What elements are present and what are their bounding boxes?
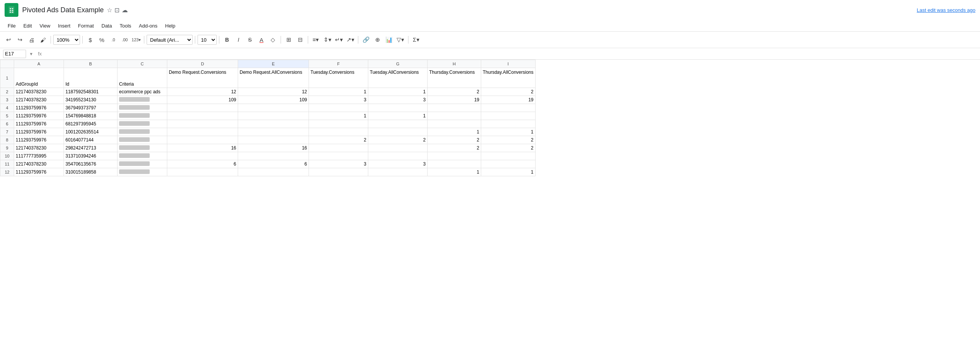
decimal-decrease-button[interactable]: .0 — [108, 34, 119, 45]
cell-f3[interactable]: 3 — [309, 96, 368, 104]
cell-f11[interactable]: 3 — [309, 160, 368, 168]
cell-g3[interactable]: 3 — [368, 96, 428, 104]
col-header-g[interactable]: G — [368, 60, 428, 68]
star-icon[interactable]: ☆ — [107, 6, 112, 14]
cell-b9[interactable]: 298242472713 — [64, 144, 118, 152]
cell-i3[interactable]: 19 — [481, 96, 536, 104]
rotate-button[interactable]: ↗▾ — [345, 34, 356, 45]
bold-button[interactable]: B — [222, 34, 232, 45]
cell-h4[interactable] — [428, 104, 481, 112]
print-button[interactable]: 🖨 — [26, 34, 37, 45]
percent-button[interactable]: % — [96, 34, 107, 45]
menu-data[interactable]: Data — [98, 22, 115, 30]
cell-i4[interactable] — [481, 104, 536, 112]
cell-reference-input[interactable] — [3, 50, 26, 58]
cell-e6[interactable] — [238, 120, 309, 128]
cell-b11[interactable]: 354706135676 — [64, 160, 118, 168]
cell-i6[interactable] — [481, 120, 536, 128]
cell-g9[interactable] — [368, 144, 428, 152]
paint-format-button[interactable]: 🖌 — [38, 34, 48, 45]
cell-e10[interactable] — [238, 152, 309, 160]
cell-f4[interactable] — [309, 104, 368, 112]
filter-button[interactable]: ▽▾ — [395, 34, 406, 45]
cell-d7[interactable] — [167, 128, 238, 136]
cell-i8[interactable]: 2 — [481, 136, 536, 144]
cell-e3[interactable]: 109 — [238, 96, 309, 104]
col-header-d[interactable]: D — [167, 60, 238, 68]
cell-d3[interactable]: 109 — [167, 96, 238, 104]
cell-f6[interactable] — [309, 120, 368, 128]
cell-h7[interactable]: 1 — [428, 128, 481, 136]
cell-h10[interactable] — [428, 152, 481, 160]
cell-b12[interactable]: 310015189858 — [64, 168, 118, 176]
cell-a3[interactable]: 121740378230 — [14, 96, 64, 104]
menu-help[interactable]: Help — [162, 22, 178, 30]
cell-b6[interactable]: 681297395945 — [64, 120, 118, 128]
formula-input[interactable] — [45, 50, 977, 58]
fill-color-button[interactable]: ◇ — [268, 34, 278, 45]
cell-e8[interactable] — [238, 136, 309, 144]
cell-h6[interactable] — [428, 120, 481, 128]
cell-i9[interactable]: 2 — [481, 144, 536, 152]
cell-b2[interactable]: 1187592548301 — [64, 88, 118, 96]
cell-a10[interactable]: 111777735995 — [14, 152, 64, 160]
col-header-a[interactable]: A — [14, 60, 64, 68]
cell-e4[interactable] — [238, 104, 309, 112]
cell-g5[interactable]: 1 — [368, 112, 428, 120]
cell-f8[interactable]: 2 — [309, 136, 368, 144]
cell-a8[interactable]: 111293759976 — [14, 136, 64, 144]
cell-a2[interactable]: 121740378230 — [14, 88, 64, 96]
cell-d9[interactable]: 16 — [167, 144, 238, 152]
cell-g6[interactable] — [368, 120, 428, 128]
menu-edit[interactable]: Edit — [20, 22, 35, 30]
col-header-e[interactable]: E — [238, 60, 309, 68]
cell-d10[interactable] — [167, 152, 238, 160]
wrap-button[interactable]: ↵▾ — [333, 34, 344, 45]
cell-d6[interactable] — [167, 120, 238, 128]
borders-button[interactable]: ⊞ — [283, 34, 294, 45]
cell-i10[interactable] — [481, 152, 536, 160]
cell-e12[interactable] — [238, 168, 309, 176]
cloud-icon[interactable]: ☁ — [122, 6, 128, 14]
cell-g4[interactable] — [368, 104, 428, 112]
cell-d11[interactable]: 6 — [167, 160, 238, 168]
cell-f10[interactable] — [309, 152, 368, 160]
cell-h8[interactable]: 2 — [428, 136, 481, 144]
cell-d12[interactable] — [167, 168, 238, 176]
cell-e1[interactable]: Demo Request.AllConversions — [238, 68, 309, 88]
cell-a7[interactable]: 111293759976 — [14, 128, 64, 136]
cell-a11[interactable]: 121740378230 — [14, 160, 64, 168]
folder-icon[interactable]: ⊡ — [114, 6, 119, 14]
cell-c3[interactable] — [118, 96, 167, 104]
cell-b7[interactable]: 1001202635514 — [64, 128, 118, 136]
merge-button[interactable]: ⊟ — [295, 34, 305, 45]
cell-f9[interactable] — [309, 144, 368, 152]
cell-e2[interactable]: 12 — [238, 88, 309, 96]
menu-view[interactable]: View — [36, 22, 53, 30]
cell-b3[interactable]: 341955234130 — [64, 96, 118, 104]
cell-h9[interactable]: 2 — [428, 144, 481, 152]
cell-b8[interactable]: 60164077144 — [64, 136, 118, 144]
font-select[interactable]: Default (Ari... — [147, 35, 193, 45]
menu-tools[interactable]: Tools — [116, 22, 134, 30]
cell-a4[interactable]: 111293759976 — [14, 104, 64, 112]
cell-d4[interactable] — [167, 104, 238, 112]
menu-file[interactable]: File — [5, 22, 19, 30]
cell-f7[interactable] — [309, 128, 368, 136]
cell-i12[interactable]: 1 — [481, 168, 536, 176]
cell-c5[interactable] — [118, 112, 167, 120]
cell-d1[interactable]: Demo Request.Conversions — [167, 68, 238, 88]
cell-g1[interactable]: Tuesday.AllConversions — [368, 68, 428, 88]
cell-a6[interactable]: 111293759976 — [14, 120, 64, 128]
last-edit-status[interactable]: Last edit was seconds ago — [917, 7, 975, 13]
cell-c1[interactable]: Criteria — [118, 68, 167, 88]
cell-h12[interactable]: 1 — [428, 168, 481, 176]
col-header-h[interactable]: H — [428, 60, 481, 68]
cell-g7[interactable] — [368, 128, 428, 136]
cell-c12[interactable] — [118, 168, 167, 176]
col-header-c[interactable]: C — [118, 60, 167, 68]
cell-a12[interactable]: 111293759976 — [14, 168, 64, 176]
cell-g2[interactable]: 1 — [368, 88, 428, 96]
strikethrough-button[interactable]: S — [245, 34, 255, 45]
cell-a5[interactable]: 111293759976 — [14, 112, 64, 120]
